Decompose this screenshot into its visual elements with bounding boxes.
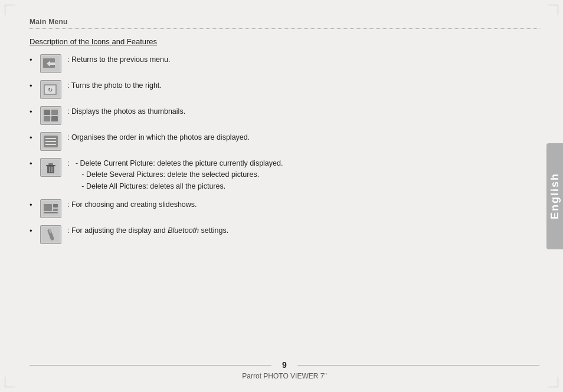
corner-bl [5, 377, 15, 387]
bullet: • [30, 80, 38, 92]
settings-icon [40, 225, 61, 244]
svg-rect-28 [44, 212, 58, 213]
slideshow-icon [40, 199, 61, 218]
svg-rect-27 [53, 209, 58, 211]
svg-rect-26 [53, 204, 58, 207]
corner-br [548, 377, 558, 387]
list-item: • : Displays the photos as thumbnails. [30, 106, 539, 125]
svg-rect-9 [44, 110, 50, 115]
svg-rect-15 [45, 138, 56, 139]
feature-text-rotate: : Turns the photo to the right. [67, 80, 539, 91]
delete-icon [40, 158, 61, 177]
svg-rect-16 [45, 141, 56, 142]
feature-text-slideshow: : For choosing and creating slideshows. [67, 199, 539, 210]
list-item: • : For adjusting the display and Blueto… [30, 225, 539, 244]
section-header: Main Menu [30, 18, 539, 26]
svg-rect-21 [48, 163, 53, 165]
feature-text-settings: : For adjusting the display and Bluetoot… [67, 225, 539, 236]
bullet: • [30, 54, 38, 66]
feature-text-thumbnails: : Displays the photos as thumbnails. [67, 106, 539, 117]
bullet: • [30, 158, 38, 170]
footer-line-right [297, 365, 539, 365]
page-number: 9 [279, 360, 290, 370]
list-item: • : For choosing and creating slideshows… [30, 199, 539, 218]
main-content: Main Menu Description of the Icons and F… [30, 18, 539, 363]
list-item: • : Organises the order in which the pho… [30, 132, 539, 151]
back-icon [40, 54, 61, 73]
feature-text-back: : Returns to the previous menu. [67, 54, 539, 65]
language-label: English [549, 173, 561, 219]
footer-line-left [30, 365, 271, 365]
corner-tr [548, 5, 558, 15]
list-item: • ↻ : Turns the photo to the right. [30, 80, 539, 99]
svg-rect-17 [45, 144, 56, 145]
description-title: Description of the Icons and Features [30, 37, 539, 46]
feature-text-delete: : - Delete Current Picture: deletes the … [67, 158, 539, 192]
bullet: • [30, 225, 38, 237]
bullet: • [30, 132, 38, 144]
svg-rect-19 [47, 166, 54, 173]
thumbnails-icon [40, 106, 61, 125]
footer: 9 Parrot PHOTO VIEWER 7" [30, 360, 539, 380]
rotate-icon: ↻ [40, 80, 61, 99]
bullet: • [30, 199, 38, 211]
corner-tl [5, 5, 15, 15]
sort-icon [40, 132, 61, 151]
footer-line-wrap: 9 [30, 360, 539, 370]
svg-rect-3 [50, 62, 55, 65]
feature-text-sort: : Organises the order in which the photo… [67, 132, 539, 143]
language-tab: English [546, 143, 563, 249]
svg-rect-12 [51, 116, 58, 121]
dotted-divider [30, 28, 539, 29]
svg-text:↻: ↻ [48, 87, 53, 93]
svg-rect-10 [51, 110, 58, 115]
list-item: • : Returns to the previous menu. [30, 54, 539, 73]
svg-rect-20 [46, 165, 55, 166]
feature-list: • : Returns to the previous menu. • ↻ [30, 54, 539, 244]
footer-title: Parrot PHOTO VIEWER 7" [30, 372, 539, 380]
svg-rect-11 [44, 116, 50, 121]
svg-rect-25 [44, 204, 52, 211]
bullet: • [30, 106, 38, 118]
list-item: • : - Delete Current Picture: deletes th… [30, 158, 539, 192]
